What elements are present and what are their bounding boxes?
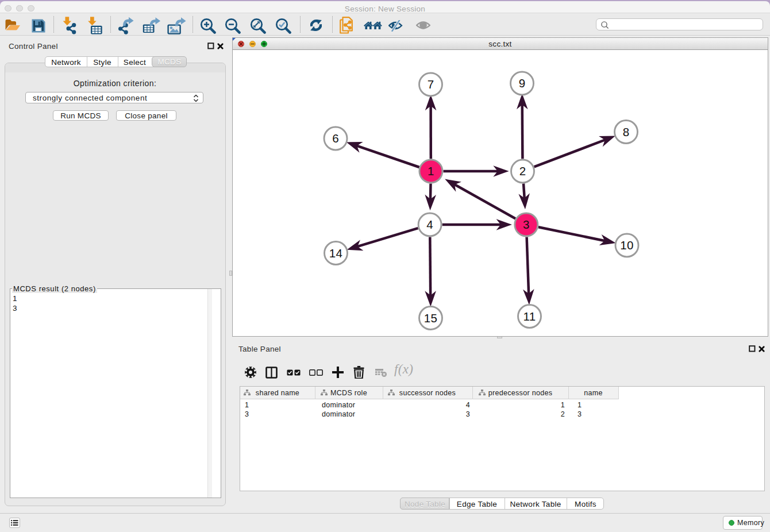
svg-text:8: 8 bbox=[623, 125, 630, 138]
svg-text:10: 10 bbox=[620, 238, 633, 252]
svg-text:6: 6 bbox=[332, 132, 339, 145]
svg-text:1: 1 bbox=[428, 164, 434, 178]
svg-text:14: 14 bbox=[329, 246, 342, 260]
svg-text:11: 11 bbox=[523, 310, 536, 323]
svg-text:2: 2 bbox=[519, 164, 526, 178]
svg-text:4: 4 bbox=[426, 218, 433, 231]
svg-text:9: 9 bbox=[519, 76, 526, 90]
svg-text:15: 15 bbox=[424, 311, 437, 325]
svg-text:7: 7 bbox=[428, 78, 434, 91]
svg-text:3: 3 bbox=[523, 218, 530, 231]
